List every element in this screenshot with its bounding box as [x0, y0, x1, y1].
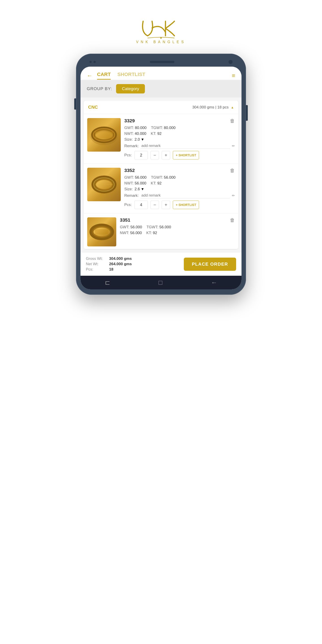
svg-rect-4	[95, 132, 113, 138]
order-summary: Gross Wt: 304.000 gms Net Wt: 264.000 gm…	[86, 256, 132, 272]
svg-rect-10	[95, 229, 108, 234]
net-wt-value: 264.000 gms	[109, 262, 132, 266]
menu-icon[interactable]: ≡	[232, 72, 235, 79]
app-header: ← CART SHORTLIST ≡	[80, 67, 242, 80]
pcs-input-2[interactable]	[134, 200, 148, 209]
shortlist-button-1[interactable]: + SHORTLIST	[173, 151, 199, 160]
pcs-row-1: Pcs: − + + SHORTLIST	[124, 151, 235, 160]
pcs-label-summary: Pcs:	[86, 267, 106, 272]
product-card-3: 3351 🗑 GWT: 56.000 TGWT: 56.000	[84, 213, 238, 249]
group-by-label: GROUP BY:	[87, 86, 112, 91]
category-section: CNC 304.000 gms | 18 pcs ▲	[84, 100, 238, 249]
product-image-3	[87, 217, 116, 246]
gross-wt-label: Gross Wt:	[86, 256, 106, 261]
product-details-2: GWT: 56.000 TGWT: 56.000 NWT: 56.0	[124, 175, 235, 209]
product-image-2	[87, 168, 121, 201]
pcs-decrement-2[interactable]: −	[150, 200, 159, 209]
delete-button-2[interactable]: 🗑	[230, 168, 235, 174]
gross-wt-value: 304.000 gms	[109, 256, 132, 261]
delete-button-3[interactable]: 🗑	[230, 217, 235, 223]
nwt-1: NWT: 40.000	[124, 132, 146, 136]
tab-cart[interactable]: CART	[97, 72, 111, 80]
phone-nav-bar: ⊏ □ ←	[80, 276, 242, 289]
product-card-1: 3329 🗑 GWT: 80.000 TGWT: 80.000	[84, 114, 238, 164]
phone-screen: ← CART SHORTLIST ≡ GROUP BY: Category CN…	[80, 67, 242, 289]
category-header: CNC 304.000 gms | 18 pcs ▲	[84, 100, 238, 114]
svg-point-0	[160, 37, 162, 39]
size-dropdown-1[interactable]: 2.0 ▼	[134, 137, 144, 142]
gross-wt-row: Gross Wt: 304.000 gms	[86, 256, 132, 261]
product-id-row-1: 3329 🗑	[124, 118, 235, 124]
size-row-1: Size: 2.0 ▼	[124, 137, 235, 142]
edit-remark-icon-2[interactable]: ✏	[232, 194, 235, 198]
remark-input-2[interactable]	[140, 193, 230, 198]
product-info-1: 3329 🗑 GWT: 80.000 TGWT: 80.000	[124, 118, 235, 160]
shortlist-button-2[interactable]: + SHORTLIST	[173, 200, 199, 209]
product-info-2: 3352 🗑 GWT: 56.000 TGWT: 56.000	[124, 168, 235, 209]
detail-row-nwt-2: NWT: 56.000 KT: 92	[124, 181, 235, 186]
kt-2: KT: 92	[151, 181, 162, 186]
pcs-decrement-1[interactable]: −	[150, 151, 159, 160]
kt-1: KT: 92	[151, 132, 162, 136]
net-wt-row: Net Wt: 264.000 gms	[86, 262, 132, 266]
group-by-section: GROUP BY: Category	[80, 80, 242, 98]
detail-row-nwt-3: NWT: 56.000 KT: 92	[120, 231, 235, 235]
detail-row-gwt-1: GWT: 80.000 TGWT: 80.000	[124, 126, 235, 130]
bottom-bar: Gross Wt: 304.000 gms Net Wt: 264.000 gm…	[80, 252, 242, 276]
gwt-1: GWT: 80.000	[124, 126, 146, 130]
product-image-1	[87, 118, 121, 152]
phone-top-bar	[80, 60, 242, 67]
detail-row-gwt-3: GWT: 56.000 TGWT: 56.000	[120, 225, 235, 230]
nav-home-icon[interactable]: □	[158, 279, 162, 286]
phone-sensor-2	[94, 61, 96, 63]
detail-row-gwt-2: GWT: 56.000 TGWT: 56.000	[124, 175, 235, 180]
product-id-1: 3329	[124, 118, 135, 124]
detail-row-nwt-1: NWT: 40.000 KT: 92	[124, 132, 235, 136]
logo-section: VNK BANGLES	[130, 0, 192, 54]
pcs-increment-1[interactable]: +	[162, 151, 170, 160]
gwt-3: GWT: 56.000	[120, 225, 142, 230]
phone-sensor-1	[90, 61, 92, 63]
svg-text:VNK BANGLES: VNK BANGLES	[136, 40, 186, 44]
pcs-increment-2[interactable]: +	[162, 200, 170, 209]
size-row-2: Size: 2.6 ▼	[124, 187, 235, 192]
product-id-row-3: 3351 🗑	[120, 217, 235, 223]
gwt-2: GWT: 56.000	[124, 175, 146, 180]
pcs-input-1[interactable]	[134, 151, 148, 160]
pcs-row-summary: Pcs: 18	[86, 267, 132, 272]
back-button[interactable]: ←	[87, 72, 92, 79]
pcs-row-2: Pcs: − + + SHORTLIST	[124, 200, 235, 209]
phone-camera	[228, 60, 232, 64]
product-details-3: GWT: 56.000 TGWT: 56.000 NWT: 56.0	[120, 225, 235, 235]
remark-input-1[interactable]	[140, 143, 230, 149]
category-stats: 304.000 gms | 18 pcs ▲	[192, 105, 234, 110]
tgwt-1: TGWT: 80.000	[151, 126, 176, 130]
place-order-button[interactable]: PLACE ORDER	[184, 258, 236, 271]
product-id-2: 3352	[124, 168, 135, 173]
category-name: CNC	[88, 105, 98, 110]
kt-3: KT: 92	[146, 231, 157, 235]
header-tabs: CART SHORTLIST	[97, 72, 232, 80]
product-info-3: 3351 🗑 GWT: 56.000 TGWT: 56.000	[120, 217, 235, 245]
tab-shortlist[interactable]: SHORTLIST	[118, 72, 145, 80]
product-card-2: 3352 🗑 GWT: 56.000 TGWT: 56.000	[84, 164, 238, 213]
phone-power-button	[246, 105, 248, 121]
delete-button-1[interactable]: 🗑	[230, 118, 235, 124]
product-details-1: GWT: 80.000 TGWT: 80.000 NWT: 40.0	[124, 126, 235, 160]
size-dropdown-2[interactable]: 2.6 ▼	[134, 187, 144, 192]
edit-remark-icon-1[interactable]: ✏	[232, 144, 235, 148]
net-wt-label: Net Wt:	[86, 262, 106, 266]
nav-back-icon[interactable]: ⊏	[105, 279, 110, 286]
nav-recent-icon[interactable]: ←	[211, 279, 217, 286]
nwt-2: NWT: 56.000	[124, 181, 146, 186]
nwt-3: NWT: 56.000	[120, 231, 142, 235]
group-by-category-button[interactable]: Category	[116, 84, 145, 94]
product-id-row-2: 3352 🗑	[124, 168, 235, 174]
collapse-icon[interactable]: ▲	[231, 106, 234, 109]
product-id-3: 3351	[120, 217, 130, 223]
phone-frame: ← CART SHORTLIST ≡ GROUP BY: Category CN…	[76, 54, 246, 295]
phone-volume-button	[74, 98, 76, 110]
tgwt-2: TGWT: 56.000	[151, 175, 176, 180]
pcs-value-summary: 18	[109, 267, 113, 272]
remark-row-2: Remark: ✏	[124, 193, 235, 198]
